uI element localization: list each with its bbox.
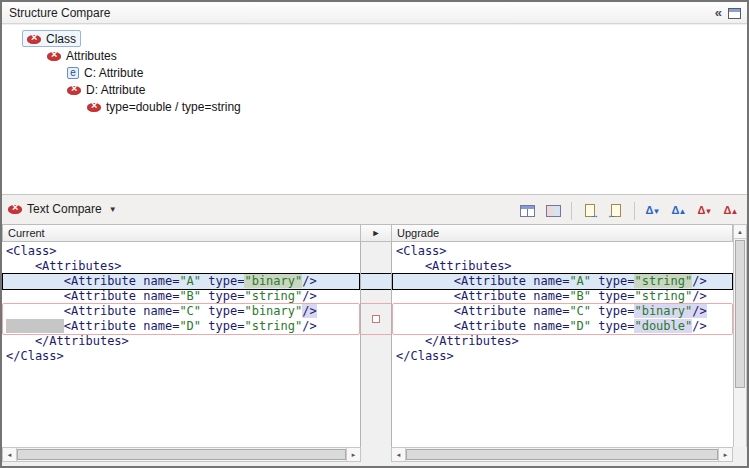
ancestor-pane-icon xyxy=(520,205,535,217)
structure-compare-title: Structure Compare xyxy=(9,6,110,20)
next-change-button[interactable]: Δ▼ xyxy=(693,199,717,222)
maximize-pane-icon[interactable] xyxy=(728,8,741,19)
code-line: <Attribute name="B" type="string"/> xyxy=(392,289,733,304)
tree-item-label: C: Attribute xyxy=(84,66,143,80)
left-horizontal-scrollbar-thumb[interactable] xyxy=(17,449,346,460)
change-icon xyxy=(87,101,101,113)
copy-all-right-to-left-button[interactable]: ← xyxy=(604,199,628,222)
structure-compare-header: Structure Compare « xyxy=(2,2,747,24)
swap-panes-icon xyxy=(546,205,561,217)
code-line: <Class> xyxy=(392,244,733,259)
next-difference-icon: Δ▼ xyxy=(646,205,661,216)
previous-change-button[interactable]: Δ▲ xyxy=(719,199,743,222)
left-pane-code: <Class> <Attributes> <Attribute name="A"… xyxy=(2,244,360,364)
copy-left-to-right-icon: → xyxy=(585,204,595,217)
right-text-pane[interactable]: <Class> <Attributes> <Attribute name="A"… xyxy=(391,242,733,447)
scroll-right-arrow[interactable]: ► xyxy=(718,448,732,461)
vertical-scrollbar-thumb[interactable] xyxy=(735,240,745,388)
code-line: <Attribute name="A" type="binary"/> xyxy=(2,274,360,289)
next-difference-button[interactable]: Δ▼ xyxy=(641,199,665,222)
chevron-down-icon[interactable]: ▼ xyxy=(109,205,117,214)
vertical-scrollbar: ▲ ▼ xyxy=(733,224,747,462)
element-icon: e xyxy=(67,67,79,79)
code-line: <Attributes> xyxy=(2,259,360,274)
right-pane-header: Upgrade xyxy=(391,224,733,242)
structure-tree: ClassAttributeseC: AttributeD: Attribute… xyxy=(2,25,747,194)
code-line: <Class> xyxy=(2,244,360,259)
previous-difference-icon: Δ▲ xyxy=(672,205,687,216)
text-compare-title: Text Compare xyxy=(27,202,102,216)
next-change-icon: Δ▼ xyxy=(698,205,713,216)
right-horizontal-scrollbar: ◄ ► xyxy=(391,447,733,462)
code-line: <Attribute name="B" type="string"/> xyxy=(2,289,360,304)
code-line: <Attribute name="D" type="double"/> xyxy=(392,319,733,334)
copy-all-left-to-right-button[interactable]: → xyxy=(578,199,602,222)
tree-item[interactable]: eC: Attribute xyxy=(2,64,747,81)
scrollbar-corner xyxy=(733,447,747,462)
text-compare-toolbar: Text Compare ▼ → ← Δ▼ Δ▲ Δ▼ Δ▲ xyxy=(2,194,747,224)
collapse-pane-icon[interactable]: « xyxy=(715,5,722,21)
tree-item[interactable]: Attributes xyxy=(2,47,747,64)
code-line: <Attribute name="C" type="binary"/> xyxy=(392,304,733,319)
previous-difference-button[interactable]: Δ▲ xyxy=(667,199,691,222)
scroll-right-arrow[interactable]: ► xyxy=(346,448,360,461)
code-line: <Attributes> xyxy=(392,259,733,274)
scroll-left-arrow[interactable]: ◄ xyxy=(392,448,406,461)
left-text-pane[interactable]: <Class> <Attributes> <Attribute name="A"… xyxy=(2,242,361,447)
gutter-header: ► xyxy=(361,224,391,242)
merge-direction-icon[interactable]: ► xyxy=(372,228,381,238)
diff-merge-handle[interactable] xyxy=(372,315,380,323)
swap-panes-button[interactable] xyxy=(541,199,565,222)
scroll-up-arrow[interactable]: ▲ xyxy=(734,225,746,239)
text-compare-title-area[interactable]: Text Compare ▼ xyxy=(8,202,117,216)
tree-item-label: D: Attribute xyxy=(86,83,145,97)
selected-diff-connector xyxy=(361,273,391,290)
code-line: </Attributes> xyxy=(392,334,733,349)
tree-item-label: type=double / type=string xyxy=(106,100,241,114)
gutter-footer xyxy=(361,447,391,462)
change-icon xyxy=(8,203,22,215)
tree-item[interactable]: type=double / type=string xyxy=(2,98,747,115)
right-pane-code: <Class> <Attributes> <Attribute name="A"… xyxy=(392,244,733,364)
compare-editor-window: Structure Compare « ClassAttributeseC: A… xyxy=(0,0,749,468)
compare-column-headers: Current ► Upgrade xyxy=(2,224,747,242)
code-line: <Attribute name="C" type="binary"/> xyxy=(2,304,360,319)
code-line: </Class> xyxy=(2,349,360,364)
horizontal-scrollbar-row: ◄ ► ◄ ► xyxy=(2,447,747,462)
tree-item-label: Attributes xyxy=(66,49,117,63)
change-icon xyxy=(27,33,41,45)
code-line: </Class> xyxy=(392,349,733,364)
tree-item-label: Class xyxy=(46,32,76,46)
tree-item[interactable]: D: Attribute xyxy=(2,81,747,98)
toolbar-separator xyxy=(571,202,572,220)
copy-right-to-left-icon: ← xyxy=(611,204,621,217)
previous-change-icon: Δ▲ xyxy=(724,205,739,216)
code-line: </Attributes> xyxy=(2,334,360,349)
change-icon xyxy=(67,84,81,96)
toolbar-separator xyxy=(634,202,635,220)
ancestor-pane-button[interactable] xyxy=(515,199,539,222)
left-pane-header: Current xyxy=(2,224,361,242)
right-horizontal-scrollbar-thumb[interactable] xyxy=(406,449,718,460)
left-horizontal-scrollbar: ◄ ► xyxy=(2,447,361,462)
code-line: <Attribute name="D" type="string"/> xyxy=(2,319,360,334)
tree-item[interactable]: Class xyxy=(2,30,747,47)
scroll-left-arrow[interactable]: ◄ xyxy=(3,448,17,461)
code-line: <Attribute name="A" type="string"/> xyxy=(392,274,733,289)
change-icon xyxy=(47,50,61,62)
compare-body: <Class> <Attributes> <Attribute name="A"… xyxy=(2,242,747,447)
